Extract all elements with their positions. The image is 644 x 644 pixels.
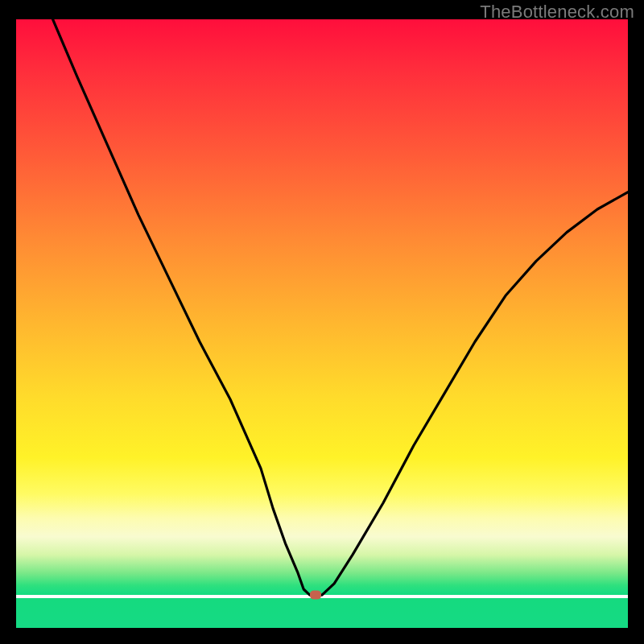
plot-area [16,19,628,628]
minimum-marker [310,591,321,600]
bottleneck-curve [16,19,628,628]
watermark-label: TheBottleneck.com [480,2,634,23]
chart-frame: TheBottleneck.com [0,0,644,644]
